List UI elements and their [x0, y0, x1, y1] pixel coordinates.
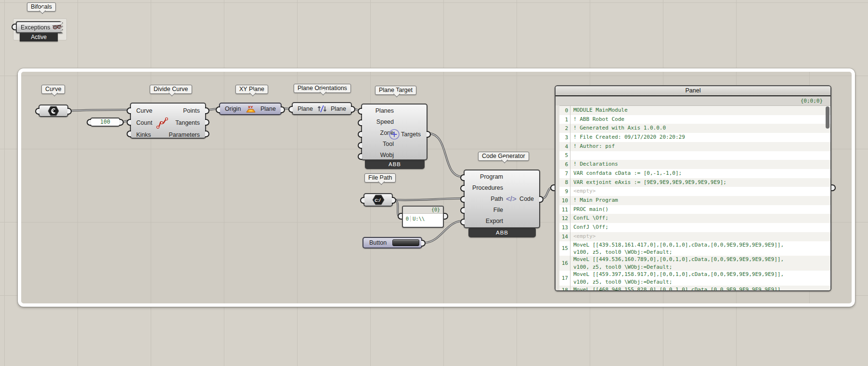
bifocals-name-tag: Bifocals [27, 2, 56, 12]
plane-target-input-nub-wobj[interactable] [358, 153, 362, 160]
code-line: MoveL [[449.536,160.789,0],[0,0,1,0],cDa… [573, 256, 830, 263]
code-line: <empty> [573, 187, 830, 196]
xy-plane-input-nub[interactable] [216, 106, 220, 113]
xy-plane-name-tag: XY Plane [235, 85, 268, 94]
curve-name-tag: Curve [41, 85, 65, 94]
panel-row: 15 MoveL [[439.518,161.417,0],[0,0,1,0],… [556, 241, 830, 256]
panel-row: 11 PROC main() [556, 205, 830, 214]
divide-curve-node[interactable]: Curve Points Count Tangents Kinks Parame… [130, 103, 206, 139]
code-generator-input-nub-export[interactable] [460, 219, 465, 225]
panel-row: 5 [556, 151, 830, 160]
code-panel[interactable]: Panel {0;0;0} 0 MODULE MainModule 1 ! AB… [555, 85, 831, 291]
exceptions-label: Exceptions [21, 24, 50, 31]
plane-target-input-nub-tool[interactable] [358, 142, 362, 149]
number-param[interactable]: 100 [90, 118, 120, 127]
code-generator-tag-label: Code Generator [482, 153, 525, 159]
input-label: Planes [365, 107, 394, 114]
code-line: ! ABB Robot Code [573, 115, 830, 124]
divide-curve-name-tag: Divide Curve [150, 85, 192, 94]
code-line: ! File Created: 09/17/2020 20:20:29 [573, 133, 830, 142]
code-generator-name-tag: Code Generator [478, 152, 529, 161]
output-label: Points [183, 107, 200, 114]
divide-input-nub-count[interactable] [127, 119, 131, 126]
panel-row: 8 VAR extjoint eAxis := [9E9,9E9,9E9,9E9… [556, 178, 830, 187]
number-input-nub[interactable] [87, 119, 91, 126]
panel-margin-strip [556, 105, 559, 290]
file-path-node[interactable]: C:/ [363, 193, 393, 207]
code-line: ! Declarations [573, 160, 830, 169]
panel-row: 14 <empty> [556, 232, 830, 241]
number-value: 100 [91, 118, 119, 126]
exceptions-node[interactable]: Exceptions [16, 21, 63, 33]
code-line: VAR extjoint eAxis := [9E9,9E9,9E9,9E9,9… [573, 178, 830, 187]
plane-orientations-node[interactable]: Plane Plane [292, 102, 352, 115]
curve-input-nub[interactable] [35, 108, 39, 115]
code-generator-input-nub-file[interactable] [460, 207, 465, 214]
panel-input-nub[interactable] [550, 184, 555, 191]
code-line: ! Author: psf [573, 142, 830, 151]
panel-row: 12 ConfL \Off; [556, 214, 830, 223]
plane-target-input-nub-planes[interactable] [358, 108, 362, 115]
plane-target-node[interactable]: PlanesSpeedZoneToolWobj Targets [361, 104, 428, 160]
input-label: Path [467, 196, 503, 202]
code-line: v100, z5, tool0 \WObj:=Default; [573, 263, 830, 271]
plane-orientations-name-tag: Plane Orientations [294, 84, 351, 93]
plane-orientations-input-nub[interactable] [288, 106, 293, 113]
xy-plane-output-label: Plane [260, 105, 276, 112]
panel-row: 7 VAR confdata cData := [0,-1,-1,0]; [556, 169, 830, 178]
xy-plane-node[interactable]: Origin XY Plane [219, 103, 282, 115]
bifocals-label: Bifocals [31, 3, 52, 10]
plane-target-name-tag: Plane Target [375, 86, 416, 95]
code-line: MoveL [[439.518,161.417,0],[0,0,1,0],cDa… [573, 241, 830, 248]
plane-target-input-nub-speed[interactable] [358, 119, 362, 126]
panel-row: 6 ! Declarations [556, 160, 830, 169]
flip-arrows-icon [317, 105, 327, 113]
code-generator-node[interactable]: ProgramProceduresPathFileExport </> Code [464, 170, 540, 228]
file-path-input-nub[interactable] [360, 197, 364, 204]
exceptions-input-nub[interactable] [12, 24, 16, 30]
code-line [573, 151, 830, 160]
code-line: MoveL [[459.397,158.917,0],[0,0,1,0],cDa… [573, 271, 830, 278]
output-label: Parameters [168, 131, 200, 138]
path-panel-input-nub[interactable] [398, 213, 402, 220]
code-line: ! Main Program [573, 196, 830, 205]
push-button[interactable] [392, 239, 419, 246]
vendor-label: ABB [496, 230, 508, 235]
button-node[interactable]: Button [363, 237, 422, 248]
code-line: PROC main() [573, 205, 830, 214]
code-line: v100, z5, tool0 \WObj:=Default; [573, 248, 830, 256]
xy-plane-input-label: Origin [225, 105, 241, 112]
input-label: Kinks [136, 131, 151, 138]
input-label: Speed [365, 118, 394, 125]
panel-row: 1 ! ABB Robot Code [556, 115, 830, 124]
input-label: Export [467, 218, 503, 224]
panel-row: 3 ! File Created: 09/17/2020 20:20:29 [556, 133, 830, 142]
svg-text:XY: XY [248, 105, 253, 109]
code-generator-output-label: Code [519, 196, 534, 202]
plane-orientations-tag-label: Plane Orientations [298, 85, 347, 92]
panel-scrollbar-thumb[interactable] [826, 106, 829, 129]
panel-title: Panel [556, 86, 830, 96]
panel-row: 9 <empty> [556, 187, 830, 196]
panel-row: 2 ! Generated with Axis 1.0.0.0 [556, 124, 830, 133]
code-generator-input-nub-program[interactable] [460, 174, 465, 181]
input-label: Tool [365, 141, 394, 147]
code-line: <empty> [573, 232, 830, 241]
code-generator-vendor-bar: ABB [468, 228, 536, 237]
divide-input-nub-kinks[interactable] [127, 131, 131, 137]
code-line: ConfJ \Off; [573, 223, 830, 232]
code-generator-input-nub-path[interactable] [460, 196, 465, 203]
svg-text:C:/: C:/ [375, 198, 381, 203]
code-line: VAR confdata cData := [0,-1,-1,0]; [573, 169, 830, 178]
path-value-panel[interactable]: {0} 0 U:\\ [402, 206, 444, 228]
input-label: Procedures [467, 184, 503, 191]
path-panel-value: U:\\ [411, 216, 425, 222]
input-label: Count [136, 119, 152, 126]
plane-target-input-nub-zone[interactable] [358, 131, 362, 138]
divide-input-nub-curve[interactable] [127, 107, 131, 114]
panel-row: 16 MoveL [[449.536,160.789,0],[0,0,1,0],… [556, 256, 830, 271]
code-generator-input-nub-procedures[interactable] [460, 185, 465, 192]
path-panel-index: 0 [403, 216, 411, 222]
panel-rows: 0 MODULE MainModule 1 ! ABB Robot Code [556, 106, 830, 291]
curve-node[interactable] [39, 105, 68, 117]
